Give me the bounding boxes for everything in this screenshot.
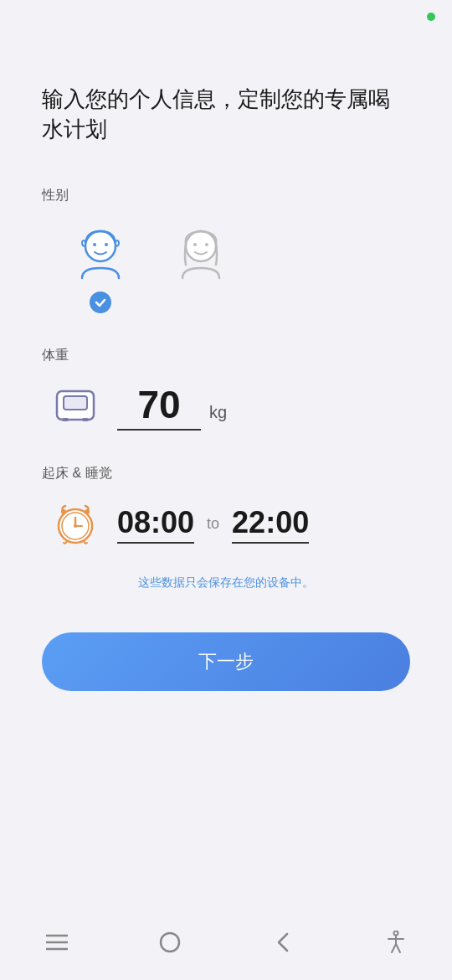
svg-line-24 (392, 944, 396, 952)
wake-time-value[interactable]: 08:00 (117, 505, 194, 544)
svg-point-4 (193, 243, 197, 246)
scale-icon (50, 381, 100, 431)
battery-indicator (427, 13, 435, 21)
svg-point-21 (393, 931, 398, 936)
privacy-text: 这些数据只会保存在您的设备中。 (138, 575, 314, 589)
gender-label: 性别 (42, 187, 410, 204)
status-bar-right (427, 13, 435, 21)
gender-option-female[interactable] (167, 221, 234, 313)
page-title: 输入您的个人信息，定制您的专属喝水计划 (42, 84, 410, 145)
weight-unit: kg (209, 403, 227, 422)
svg-point-15 (61, 509, 66, 514)
svg-rect-8 (62, 418, 69, 421)
svg-rect-9 (82, 418, 89, 421)
nav-bar (0, 913, 452, 980)
male-avatar-icon (70, 224, 131, 285)
main-content: 输入您的个人信息，定制您的专属喝水计划 性别 (0, 34, 452, 725)
weight-input-group[interactable]: 70 kg (117, 382, 227, 431)
male-selected-checkmark (90, 291, 111, 313)
sleep-row: 08:00 to 22:00 (42, 499, 410, 549)
svg-point-2 (105, 243, 108, 246)
alarm-icon (50, 499, 100, 549)
svg-point-0 (85, 231, 116, 261)
weight-label: 体重 (42, 347, 410, 364)
gender-option-male[interactable] (67, 221, 134, 313)
weight-value[interactable]: 70 (117, 382, 201, 431)
weight-row: 70 kg (42, 381, 410, 431)
privacy-notice: 这些数据只会保存在您的设备中。 (42, 575, 410, 591)
svg-point-1 (93, 243, 96, 246)
time-separator: to (207, 515, 219, 533)
svg-rect-7 (64, 396, 87, 410)
female-unselected-placeholder (190, 291, 212, 313)
sleep-time-value[interactable]: 22:00 (232, 505, 309, 544)
sleep-section: 起床 & 睡觉 (42, 465, 410, 549)
svg-point-16 (85, 509, 90, 514)
svg-line-25 (396, 944, 400, 952)
male-icon-wrapper (67, 221, 134, 288)
sleep-label: 起床 & 睡觉 (42, 465, 410, 482)
svg-point-14 (74, 524, 77, 528)
svg-rect-20 (161, 933, 179, 952)
nav-accessibility-icon[interactable] (383, 930, 408, 955)
svg-point-5 (205, 243, 208, 246)
next-button[interactable]: 下一步 (42, 632, 410, 691)
nav-home-icon[interactable] (157, 930, 182, 955)
nav-menu-icon[interactable] (44, 930, 69, 955)
gender-section: 性别 (42, 187, 410, 313)
female-icon-wrapper (167, 221, 234, 288)
gender-options (42, 221, 410, 313)
female-avatar-icon (171, 224, 231, 285)
status-bar (0, 0, 452, 34)
time-row: 08:00 to 22:00 (117, 505, 309, 544)
nav-back-icon[interactable] (270, 930, 295, 955)
weight-section: 体重 70 kg (42, 347, 410, 431)
svg-point-3 (186, 231, 216, 261)
